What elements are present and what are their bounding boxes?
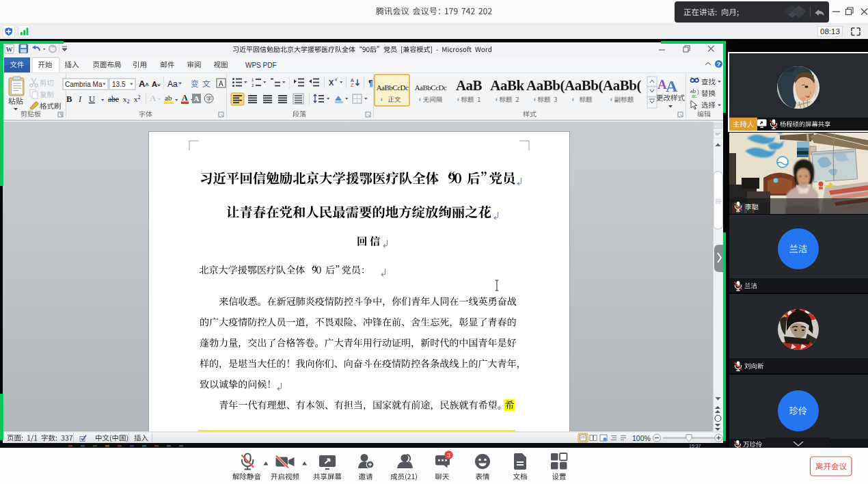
svg-text:3: 3 [447, 452, 450, 459]
